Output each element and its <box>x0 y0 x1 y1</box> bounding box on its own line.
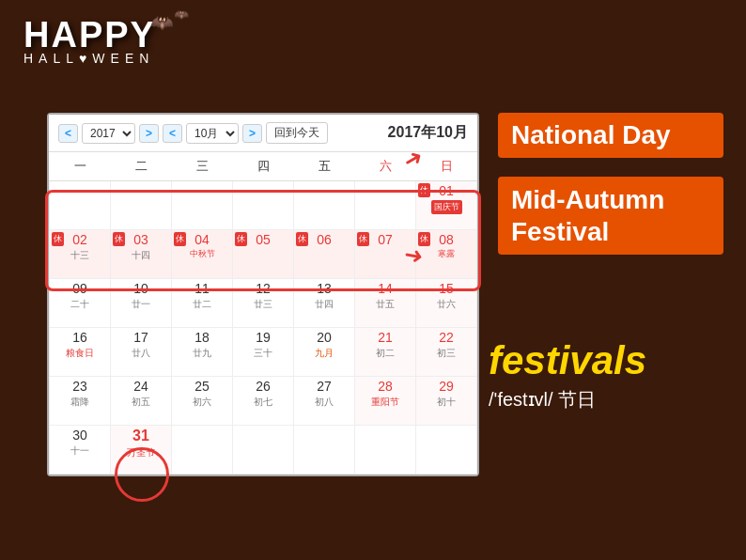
cal-cell-empty <box>294 426 355 474</box>
next-year-btn[interactable]: > <box>139 124 159 143</box>
holiday-badge: 休 <box>235 232 247 246</box>
day-number: 28 <box>359 379 412 394</box>
cal-cell-oct21[interactable]: 21 初二 <box>355 328 416 377</box>
lunar-date: 廿一 <box>115 298 167 311</box>
festivals-section: festivals /'festɪvl/ 节日 <box>489 338 646 412</box>
cal-cell-oct28[interactable]: 28 重阳节 <box>355 377 416 426</box>
day-number: 23 <box>54 379 106 394</box>
table-row: 23 霜降 24 初五 25 初六 26 初七 27 初八 <box>50 377 477 426</box>
festival-label: 中秋节 <box>176 248 228 260</box>
holiday-badge: 休 <box>113 232 125 246</box>
cal-cell-oct31[interactable]: 31 万圣节 <box>111 426 172 474</box>
lunar-date: 十一 <box>54 444 106 458</box>
cal-cell-oct23[interactable]: 23 霜降 <box>50 377 111 426</box>
holiday-badge: 休 <box>357 232 369 246</box>
day-number: 25 <box>176 379 228 394</box>
lunar-date: 霜降 <box>54 396 106 409</box>
lunar-date: 初六 <box>176 396 228 409</box>
table-row: 休 01 国庆节 <box>50 181 477 230</box>
lunar-date: 初二 <box>359 347 412 360</box>
day-number: 21 <box>359 330 412 345</box>
weekday-mon: 一 <box>50 152 111 181</box>
cal-cell-oct1[interactable]: 休 01 国庆节 <box>416 181 477 230</box>
lunar-date: 廿三 <box>237 298 289 311</box>
lunar-date: 廿六 <box>420 298 473 311</box>
day-number: 22 <box>420 330 473 345</box>
holiday-badge: 休 <box>52 232 64 246</box>
cal-cell-oct4[interactable]: 休 04 中秋节 <box>172 230 233 279</box>
weekday-wed: 三 <box>172 152 233 181</box>
cal-cell-oct17[interactable]: 17 廿八 <box>111 328 172 377</box>
cal-cell-oct5[interactable]: 休 05 <box>233 230 294 279</box>
cal-cell-empty <box>233 426 294 474</box>
festival-label: 寒露 <box>420 248 473 260</box>
cal-cell-oct12[interactable]: 12 廿三 <box>233 279 294 328</box>
national-day-label: National Day <box>498 113 723 158</box>
day-number: 24 <box>115 379 167 394</box>
cal-cell-oct30[interactable]: 30 十一 <box>50 426 111 474</box>
year-select[interactable]: 2017 <box>82 123 135 144</box>
cal-cell-oct2[interactable]: 休 02 十三 <box>50 230 111 279</box>
lunar-date: 廿四 <box>298 298 350 311</box>
lunar-date: 初八 <box>298 396 350 409</box>
festivals-word: festivals <box>489 338 646 383</box>
cal-cell-oct18[interactable]: 18 廿九 <box>172 328 233 377</box>
cal-cell-oct15[interactable]: 15 廿六 <box>416 279 477 328</box>
cal-cell-oct16[interactable]: 16 粮食日 <box>50 328 111 377</box>
next-month-btn[interactable]: > <box>242 124 262 143</box>
cal-cell-empty <box>355 426 416 474</box>
table-row: 30 十一 31 万圣节 <box>50 426 477 474</box>
holiday-badge: 休 <box>418 183 430 197</box>
cal-cell-empty <box>355 181 416 230</box>
cal-cell-oct26[interactable]: 26 初七 <box>233 377 294 426</box>
day-number: 20 <box>298 330 350 345</box>
day-number: 10 <box>115 281 167 296</box>
lunar-date: 廿八 <box>115 347 167 360</box>
day-number: 18 <box>176 330 228 345</box>
today-btn[interactable]: 回到今天 <box>266 122 328 144</box>
cal-cell-oct10[interactable]: 10 廿一 <box>111 279 172 328</box>
cal-cell-oct22[interactable]: 22 初三 <box>416 328 477 377</box>
lunar-date: 万圣节 <box>115 446 167 459</box>
cal-cell-empty <box>50 181 111 230</box>
festivals-phonetic: /'festɪvl/ 节日 <box>489 387 646 412</box>
cal-cell-oct9[interactable]: 09 二十 <box>50 279 111 328</box>
prev-month-btn[interactable]: < <box>163 124 182 143</box>
day-number: 13 <box>298 281 350 296</box>
lunar-date: 十三 <box>54 249 106 262</box>
cal-cell-oct19[interactable]: 19 三十 <box>233 328 294 377</box>
cal-cell-empty <box>172 181 233 230</box>
weekday-thu: 四 <box>233 152 294 181</box>
day-number: 17 <box>115 330 167 345</box>
festival-label: 国庆节 <box>431 200 462 214</box>
calendar-title: 2017年10月 <box>388 123 468 143</box>
cal-cell-oct25[interactable]: 25 初六 <box>172 377 233 426</box>
cal-cell-oct6[interactable]: 休 06 <box>294 230 355 279</box>
month-select[interactable]: 10月 <box>186 123 239 144</box>
lunar-date: 初三 <box>420 347 473 360</box>
cal-cell-oct3[interactable]: 休 03 十四 <box>111 230 172 279</box>
cal-cell-oct11[interactable]: 11 廿二 <box>172 279 233 328</box>
cal-cell-empty <box>172 426 233 474</box>
logo-area: HAPPY HALL♥WEEN <box>23 17 156 66</box>
mid-autumn-label: Mid-AutumnFestival <box>498 177 723 255</box>
cal-cell-oct14[interactable]: 14 廿五 <box>355 279 416 328</box>
weekday-tue: 二 <box>111 152 172 181</box>
cal-cell-oct20[interactable]: 20 九月 <box>294 328 355 377</box>
calendar-grid: 一 二 三 四 五 六 日 休 01 国庆节 <box>49 152 477 474</box>
cal-cell-empty <box>233 181 294 230</box>
cal-cell-oct24[interactable]: 24 初五 <box>111 377 172 426</box>
cal-cell-oct27[interactable]: 27 初八 <box>294 377 355 426</box>
day-number: 26 <box>237 379 289 394</box>
cal-cell-oct29[interactable]: 29 初十 <box>416 377 477 426</box>
happy-text: HAPPY <box>23 17 156 53</box>
lunar-date: 初七 <box>237 396 289 409</box>
day-number: 30 <box>54 428 106 443</box>
prev-year-btn[interactable]: < <box>58 124 78 143</box>
day-number: 16 <box>54 330 106 345</box>
lunar-date: 廿九 <box>176 347 228 360</box>
cal-cell-oct8[interactable]: 休 08 寒露 <box>416 230 477 279</box>
lunar-date: 廿二 <box>176 298 228 311</box>
lunar-date: 二十 <box>54 298 106 311</box>
cal-cell-oct13[interactable]: 13 廿四 <box>294 279 355 328</box>
